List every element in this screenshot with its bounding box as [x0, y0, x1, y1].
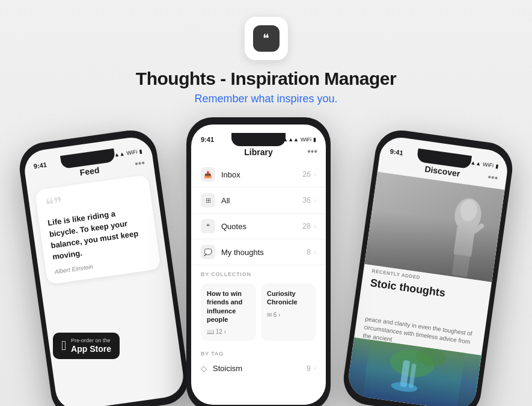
feed-more-button[interactable]: •••	[134, 158, 145, 170]
quotes-label: Quotes	[221, 222, 302, 231]
chevron-right-icon: ›	[314, 197, 316, 204]
tag-label: Stoicism	[213, 364, 307, 373]
status-time-right: 9:41	[390, 147, 403, 156]
list-item[interactable]: ⊞ All 36 ›	[191, 188, 326, 214]
inbox-label: Inbox	[221, 170, 302, 179]
list-item[interactable]: ◇ Stoicism 9 ›	[191, 359, 326, 378]
battery-icon-c: ▮	[313, 137, 316, 143]
feed-quote-text: Life is like riding a bicycle. To keep y…	[47, 205, 150, 263]
collection-count: 📖 12 ›	[207, 328, 226, 335]
discover-more-button[interactable]: •••	[487, 171, 498, 183]
chevron-right-icon: ›	[314, 171, 316, 178]
phone-left: 9:41 ▲▲▲ WiFi ▮ Feed ••• ❝❞ Life is like…	[16, 127, 192, 406]
collection-footer: ✉ 6 ›	[267, 312, 310, 318]
notch-center	[231, 133, 286, 146]
chevron-right-icon: ›	[314, 223, 316, 230]
wifi-icon-r: WiFi	[483, 161, 494, 168]
by-collection-header: BY COLLECTION	[191, 265, 326, 280]
tag-count: 9	[307, 364, 311, 373]
inbox-icon: 📥	[201, 167, 215, 182]
app-icon	[245, 17, 288, 60]
collection-count: ✉ 6 ›	[267, 312, 280, 318]
by-tag-header: BY TAG	[191, 345, 326, 359]
phone-center: 9:41 ▲▲▲ WiFi ▮ Library ••• 📥 Inbox 26 ›	[186, 117, 331, 406]
library-more-button[interactable]: •••	[307, 146, 317, 157]
collection-footer: 📖 12 ›	[207, 328, 250, 335]
collection-name: How to win friends and influence people	[207, 289, 250, 324]
library-list: 📥 Inbox 26 › ⊞ All 36 › ❝ Quotes 28	[191, 162, 326, 378]
library-screen: 9:41 ▲▲▲ WiFi ▮ Library ••• 📥 Inbox 26 ›	[191, 125, 326, 405]
appstore-preorder-label: Pre-order on the	[71, 337, 111, 344]
stoic-thoughts-title: Stoic thoughts	[369, 277, 482, 305]
feed-screen: 9:41 ▲▲▲ WiFi ▮ Feed ••• ❝❞ Life is like…	[22, 135, 186, 406]
inbox-count: 26	[302, 170, 310, 179]
status-time-center: 9:41	[201, 136, 214, 143]
collection-name-curiosity: Curiosity Chronicle	[267, 289, 310, 307]
appstore-badge[interactable]:  Pre-order on the App Store	[53, 333, 120, 359]
all-label: All	[221, 196, 302, 205]
discover-hero-image	[364, 172, 504, 282]
chevron-right-icon: ›	[314, 365, 316, 372]
library-header: Library	[191, 147, 326, 157]
collections-row: How to win friends and influence people …	[191, 280, 326, 345]
list-item[interactable]: 📥 Inbox 26 ›	[191, 162, 326, 188]
phones-container: 9:41 ▲▲▲ WiFi ▮ Feed ••• ❝❞ Life is like…	[0, 111, 532, 376]
status-icons-center: ▲▲▲ WiFi ▮	[283, 137, 316, 143]
all-count: 36	[302, 196, 310, 205]
thoughts-label: My thoughts	[221, 248, 307, 257]
status-time-left: 9:41	[33, 161, 47, 170]
feed-quote-card: ❝❞ Life is like riding a bicycle. To kee…	[35, 174, 161, 285]
quotes-count: 28	[302, 222, 310, 230]
hero-image-overlay	[364, 172, 504, 282]
all-icon: ⊞	[201, 193, 215, 208]
chevron-right-icon: ›	[314, 249, 316, 256]
list-item[interactable]: 💭 My thoughts 8 ›	[191, 239, 326, 265]
appstore-store-name: App Store	[71, 344, 111, 354]
wifi-icon: WiFi	[126, 149, 138, 156]
collection-card[interactable]: How to win friends and influence people …	[201, 283, 256, 341]
list-item[interactable]: ❝ Quotes 28 ›	[191, 214, 326, 239]
thoughts-count: 8	[307, 248, 311, 256]
quotes-icon: ❝	[201, 219, 215, 233]
collection-card[interactable]: Curiosity Chronicle ✉ 6 ›	[261, 283, 316, 341]
appstore-text: Pre-order on the App Store	[71, 337, 111, 354]
battery-icon-r: ▮	[495, 163, 498, 170]
battery-icon: ▮	[139, 148, 142, 155]
app-title: Thoughts - Inspiration Manager	[136, 69, 396, 89]
app-subtitle: Remember what inspires you.	[194, 93, 337, 105]
apple-icon: 	[61, 339, 66, 352]
phone-right: 9:41 ▲▲▲ WiFi ▮ Discover •••	[340, 127, 516, 406]
app-icon-bubble	[253, 25, 280, 52]
wifi-icon-c: WiFi	[301, 137, 311, 143]
thoughts-icon: 💭	[201, 245, 215, 259]
discover-screen: 9:41 ▲▲▲ WiFi ▮ Discover •••	[346, 135, 510, 406]
tag-icon: ◇	[201, 364, 207, 373]
